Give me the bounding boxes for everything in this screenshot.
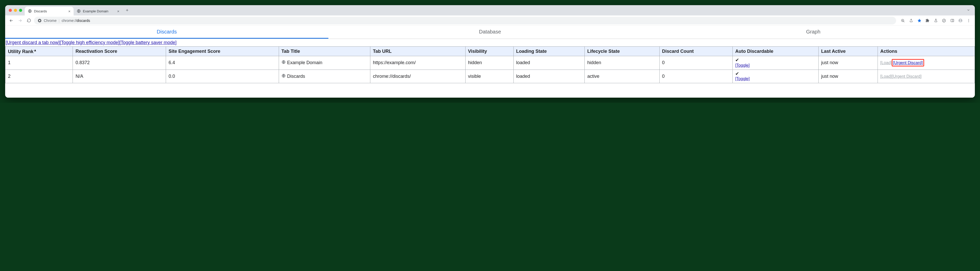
col-reactivation-score[interactable]: Reactivation Score [73,47,166,56]
toggle-efficiency-link[interactable]: [Toggle high efficiency mode] [60,40,119,45]
new-tab-button[interactable]: + [124,7,131,14]
browser-window: Discards × Example Domain × + [5,5,975,98]
browser-tab-example[interactable]: Example Domain × [73,7,123,16]
check-icon: ✔ [735,71,816,77]
omnibox-prefix: Chrome [44,19,57,23]
cell-url: https://example.com/ [370,56,465,70]
forward-button[interactable] [16,17,24,24]
cell-actions: [Load][Urgent Discard] [878,56,975,70]
toggle-auto-link[interactable]: [Toggle] [735,63,750,67]
svg-point-8 [960,19,961,21]
cell-loading: loaded [514,70,585,83]
check-icon: ✔ [735,58,816,63]
sort-asc-icon: ▲ [33,48,37,52]
action-load-link[interactable]: [Load] [880,74,892,78]
maximize-window-button[interactable] [19,9,22,12]
mode-tab-graph[interactable]: Graph [652,26,975,39]
cell-site: 0.0 [166,70,279,83]
cell-site: 6.4 [166,56,279,70]
extensions-icon[interactable] [924,17,931,24]
mode-tab-discards[interactable]: Discards [5,26,328,39]
profile-icon[interactable] [957,17,964,24]
cell-actions: [Load][Urgent Discard] [878,70,975,83]
address-bar[interactable]: Chrome | chrome://discards [34,17,896,24]
discards-table: Utility Rank▲ Reactivation Score Site En… [5,46,975,83]
share-icon[interactable] [907,17,915,24]
col-last-active[interactable]: Last Active [818,47,878,56]
cell-last-active: just now [818,56,878,70]
col-actions[interactable]: Actions [878,47,975,56]
cell-react: 0.8372 [73,56,166,70]
chevron-down-icon[interactable] [964,8,973,13]
cell-discard-count: 0 [659,70,732,83]
col-lifecycle-state[interactable]: Lifecycle State [585,47,659,56]
cell-rank: 2 [5,70,73,83]
col-auto-discardable[interactable]: Auto Discardable [732,47,818,56]
svg-point-5 [942,19,945,22]
close-tab-icon[interactable]: × [68,9,70,13]
browser-tab-discards[interactable]: Discards × [25,7,73,16]
col-visibility[interactable]: Visibility [465,47,514,56]
action-load-link[interactable]: [Load] [880,61,892,65]
cell-last-active: just now [818,70,878,83]
table-row: 1 0.8372 6.4 Example Domain https://exam… [5,56,975,70]
cell-lifecycle: hidden [585,56,659,70]
svg-point-3 [39,20,40,21]
svg-point-9 [969,19,969,19]
cell-title: Discards [279,70,370,83]
cell-react: N/A [73,70,166,83]
toggle-battery-link[interactable]: [Toggle battery saver mode] [119,40,177,45]
minimize-window-button[interactable] [14,9,17,12]
col-tab-title[interactable]: Tab Title [279,47,370,56]
globe-icon [282,60,286,65]
col-discard-count[interactable]: Discard Count [659,47,732,56]
menu-icon[interactable] [965,17,972,24]
cell-visibility: visible [465,70,514,83]
col-tab-url[interactable]: Tab URL [370,47,465,56]
urgent-discard-now-link[interactable]: [Urgent discard a tab now] [6,40,60,45]
action-urgent-discard-link[interactable]: [Urgent Discard] [893,61,923,65]
toggle-auto-link[interactable]: [Toggle] [735,77,750,81]
zoom-icon[interactable] [899,17,907,24]
page-content: Discards Database Graph [Urgent discard … [5,26,975,98]
nav-bar: Chrome | chrome://discards [5,16,975,26]
close-tab-icon[interactable]: × [117,9,119,13]
globe-icon [77,9,81,13]
back-button[interactable] [8,17,15,24]
col-utility-rank[interactable]: Utility Rank▲ [5,47,73,56]
cell-discard-count: 0 [659,56,732,70]
table-header-row: Utility Rank▲ Reactivation Score Site En… [5,47,975,56]
chrome-icon [38,19,42,23]
top-action-links: [Urgent discard a tab now][Toggle high e… [5,39,975,46]
tab-strip: Discards × Example Domain × + [5,5,975,16]
mode-tabs: Discards Database Graph [5,26,975,39]
cell-rank: 1 [5,56,73,70]
browser-tab-title: Example Domain [83,9,108,13]
labs-icon[interactable] [932,17,939,24]
cell-title: Example Domain [279,56,370,70]
col-loading-state[interactable]: Loading State [514,47,585,56]
cell-loading: loaded [514,56,585,70]
svg-rect-6 [951,19,953,22]
globe-icon [282,74,286,79]
omnibox-url-bold: discards [77,19,90,23]
action-urgent-discard-link[interactable]: [Urgent Discard] [892,74,921,78]
mode-tab-database[interactable]: Database [328,26,652,39]
reload-button[interactable] [25,17,32,24]
cell-auto-discardable: ✔ [Toggle] [732,70,818,83]
cell-lifecycle: active [585,70,659,83]
table-row: 2 N/A 0.0 Discards chrome://discards/ vi… [5,70,975,83]
close-window-button[interactable] [9,9,12,12]
svg-point-10 [969,20,969,21]
omnibox-url-dim: chrome:// [62,19,76,23]
bookmark-star-icon[interactable] [916,17,923,24]
side-panel-icon[interactable] [948,17,956,24]
cell-visibility: hidden [465,56,514,70]
update-icon[interactable] [940,17,948,24]
svg-point-11 [969,21,969,22]
col-site-engagement[interactable]: Site Engagement Score [166,47,279,56]
globe-icon [28,9,32,13]
cell-auto-discardable: ✔ [Toggle] [732,56,818,70]
toolbar-right [898,17,972,24]
window-controls [7,9,25,12]
